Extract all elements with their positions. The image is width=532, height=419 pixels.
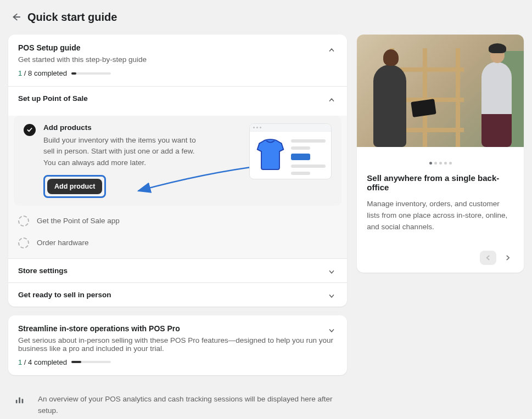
- section-setup-pos[interactable]: Set up Point of Sale: [8, 87, 347, 110]
- svg-rect-3: [19, 397, 20, 403]
- incomplete-circle-icon: [18, 216, 29, 227]
- incomplete-circle-icon: [18, 237, 29, 248]
- sidebar-image: [357, 35, 524, 147]
- guide1-title: POS Setup guide: [18, 43, 337, 52]
- task-order-hardware[interactable]: Order hardware: [8, 232, 347, 258]
- analytics-placeholder: An overview of your POS analytics and ca…: [8, 384, 347, 419]
- analytics-icon: [15, 395, 25, 407]
- guide2-subtitle: Get serious about in-person selling with…: [18, 336, 337, 353]
- guide1-progress: 1 / 8 completed: [18, 69, 337, 77]
- expand-section3-button[interactable]: [324, 288, 339, 304]
- carousel-next-button[interactable]: [500, 251, 516, 265]
- page-title: Quick start guide: [27, 11, 117, 24]
- svg-rect-4: [22, 399, 24, 403]
- tshirt-icon: [255, 137, 285, 173]
- sidebar-promo-card: Sell anywhere from a single back-office …: [357, 35, 524, 273]
- carousel-prev-button: [480, 251, 496, 265]
- checkmark-icon: [24, 124, 36, 136]
- guide2-title: Streamline in-store operations with POS …: [18, 324, 337, 333]
- section-store-settings[interactable]: Store settings: [8, 259, 347, 283]
- analytics-text: An overview of your POS analytics and ca…: [38, 394, 340, 417]
- guide2-progress: 1 / 4 completed: [18, 358, 337, 366]
- expand-guide2-button[interactable]: [324, 323, 339, 338]
- task-title: Add products: [43, 123, 242, 132]
- collapse-section1-button[interactable]: [324, 92, 339, 107]
- carousel-dots: [367, 157, 514, 167]
- back-arrow-icon[interactable]: [11, 12, 22, 23]
- svg-rect-2: [16, 400, 18, 403]
- task-description: Build your inventory with the items you …: [43, 135, 208, 168]
- task-get-pos-app[interactable]: Get the Point of Sale app: [8, 210, 347, 232]
- annotation-arrow-icon: [134, 165, 266, 197]
- guide1-subtitle: Get started with this step-by-step guide: [18, 55, 337, 64]
- add-product-button[interactable]: Add product: [47, 179, 102, 194]
- sidebar-description: Manage inventory, orders, and customer l…: [367, 199, 514, 233]
- product-illustration: [249, 123, 332, 179]
- collapse-guide1-button[interactable]: [324, 42, 339, 58]
- expand-section2-button[interactable]: [324, 264, 339, 280]
- pos-setup-guide-card: POS Setup guide Get started with this st…: [8, 35, 347, 307]
- sidebar-title: Sell anywhere from a single back-office: [367, 173, 514, 192]
- task-add-products: Add products Build your inventory with t…: [14, 116, 341, 206]
- section-ready-to-sell[interactable]: Get ready to sell in person: [8, 283, 347, 307]
- annotation-highlight: Add product: [43, 175, 106, 198]
- pos-pro-guide-card: Streamline in-store operations with POS …: [8, 315, 347, 375]
